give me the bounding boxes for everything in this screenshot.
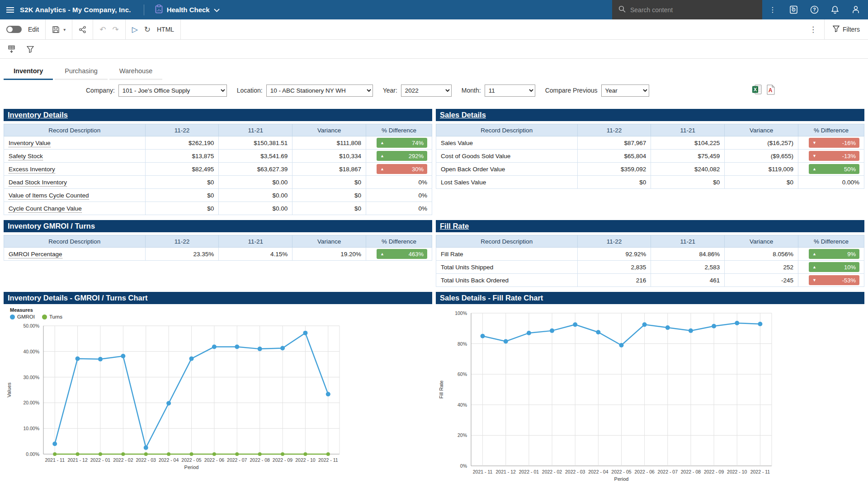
record-label[interactable]: Inventory Value <box>9 140 51 147</box>
record-label[interactable]: Cycle Count Change Value <box>9 205 82 213</box>
value-cell: $0 <box>292 202 366 215</box>
run-icon[interactable]: ▷ <box>132 26 138 33</box>
column-header: 11-21 <box>651 235 725 248</box>
table-row: Total Units Shipped2,8352,583252▲10% <box>436 261 864 274</box>
value-cell: $0.00 <box>219 176 292 189</box>
gmroi-turns-line-chart[interactable]: 0.00%10.00%20.00%30.00%40.00%50.00%2021 … <box>4 319 432 479</box>
record-description-cell: Excess Inventory <box>4 163 146 176</box>
undo-icon[interactable]: ↶ <box>99 26 106 33</box>
save-icon[interactable] <box>52 26 60 33</box>
record-label[interactable]: Excess Inventory <box>9 166 55 174</box>
svg-text:2022 - 10: 2022 - 10 <box>295 457 316 463</box>
record-label: Lost Sales Value <box>441 179 486 186</box>
fill-rate-title: Fill Rate <box>436 220 864 232</box>
svg-text:2022 - 03: 2022 - 03 <box>565 469 585 474</box>
filters-button[interactable]: Filters <box>825 25 868 33</box>
diff-badge: ▲292% <box>377 151 427 161</box>
fill-rate-line-chart[interactable]: 0%20%40%60%80%100%2021 - 112021 - 122022… <box>436 308 864 488</box>
diff-cell: ▲463% <box>366 248 432 261</box>
record-label[interactable]: Value of Items Cycle Counted <box>9 192 89 200</box>
value-cell: 19.20% <box>292 248 366 261</box>
month-select[interactable]: 11 <box>485 84 535 97</box>
page-filter-icon[interactable] <box>23 42 38 57</box>
column-header: % Difference <box>366 235 432 248</box>
value-cell: $0.00 <box>219 202 292 215</box>
value-cell: 4.15% <box>219 248 292 261</box>
table-row: Dead Stock Inventory$0$0.00$00% <box>4 176 432 189</box>
svg-text:80%: 80% <box>458 341 467 347</box>
record-label[interactable]: Safety Stock <box>9 153 43 160</box>
tab-inventory[interactable]: Inventory <box>4 67 53 80</box>
inventory-details-section: Inventory Details Record Description11-2… <box>4 109 432 215</box>
user-icon[interactable] <box>845 0 866 19</box>
value-cell: $87,967 <box>577 136 651 150</box>
diff-cell: ▼-13% <box>798 150 864 163</box>
record-label[interactable]: Dead Stock Inventory <box>9 179 67 187</box>
tab-purchasing[interactable]: Purchasing <box>55 67 108 80</box>
column-header: Variance <box>292 235 366 248</box>
record-label[interactable]: GMROI Percentage <box>9 251 62 258</box>
search-input[interactable] <box>630 6 756 14</box>
diff-cell: 0% <box>366 202 432 215</box>
edit-toggle[interactable] <box>6 26 22 33</box>
svg-text:Period: Period <box>184 465 199 470</box>
report-switcher[interactable]: Health Check <box>155 5 220 15</box>
divider <box>144 5 144 15</box>
fill-rate-table: Record Description11-2211-21Variance% Di… <box>436 235 864 287</box>
value-cell: $359,092 <box>577 163 651 176</box>
inventory-details-title: Inventory Details <box>4 109 432 121</box>
export-table-icon[interactable] <box>4 42 19 57</box>
column-header: Variance <box>725 235 798 248</box>
down-arrow-icon: ▼ <box>812 141 816 145</box>
save-options-chevron-icon[interactable]: ▾ <box>63 27 66 32</box>
fill-rate-chart-title: Sales Details - Fill Rate Chart <box>436 292 864 304</box>
diff-badge: ▼-16% <box>809 138 859 148</box>
year-select[interactable]: 2022 <box>401 84 452 97</box>
sales-details-title: Sales Details <box>436 109 864 121</box>
table-row: Lost Sales Value$0$0$00.00% <box>436 176 864 189</box>
value-cell: $119,009 <box>725 163 798 176</box>
diff-cell: 0% <box>366 189 432 202</box>
diff-cell: ▲30% <box>366 163 432 176</box>
compare-previous-select[interactable]: Year <box>601 84 649 97</box>
console-icon[interactable] <box>783 0 804 19</box>
excel-export-icon[interactable]: X <box>752 84 762 96</box>
svg-text:2022 - 03: 2022 - 03 <box>136 457 156 463</box>
value-cell: $0 <box>292 189 366 202</box>
location-select[interactable]: 10 - ABC Stationery NY WH <box>266 84 373 97</box>
year-label: Year: <box>383 87 397 94</box>
tab-warehouse[interactable]: Warehouse <box>109 67 163 80</box>
help-icon[interactable]: ? <box>804 0 825 19</box>
svg-text:2022 - 07: 2022 - 07 <box>227 457 247 463</box>
column-header: Variance <box>292 124 366 136</box>
diff-cell: 0.00% <box>798 176 864 189</box>
company-select[interactable]: 101 - Joe's Office Supply <box>118 84 227 97</box>
column-header: 11-22 <box>145 235 219 248</box>
svg-text:2022 - 06: 2022 - 06 <box>204 457 225 463</box>
table-row: Cost of Goods Sold Value$65,804$75,459($… <box>436 150 864 163</box>
redo-icon[interactable]: ↷ <box>112 26 118 33</box>
svg-text:40%: 40% <box>458 402 467 408</box>
diff-cell: ▲74% <box>366 136 432 150</box>
more-options-icon[interactable]: ⋮ <box>762 0 783 19</box>
diff-cell: ▲9% <box>798 248 864 261</box>
notifications-icon[interactable] <box>825 0 845 19</box>
record-description-cell: Value of Items Cycle Counted <box>4 189 146 202</box>
record-description-cell: Total Units Shipped <box>436 261 578 274</box>
share-icon[interactable] <box>79 26 86 33</box>
record-label: Fill Rate <box>441 251 463 258</box>
legend-item-turns[interactable]: Turns <box>42 314 62 319</box>
html-button[interactable]: HTML <box>157 26 174 33</box>
menu-icon[interactable] <box>0 0 20 19</box>
search-box[interactable] <box>612 0 762 19</box>
svg-text:20%: 20% <box>458 432 467 438</box>
legend-item-gmroi[interactable]: GMROI <box>10 314 35 319</box>
toolbar-more-icon[interactable]: ⋮ <box>802 26 824 33</box>
svg-text:0.00%: 0.00% <box>26 451 39 457</box>
refresh-icon[interactable]: ↻ <box>144 26 151 33</box>
inventory-details-table: Record Description11-2211-21Variance% Di… <box>4 124 432 215</box>
pdf-export-icon[interactable]: A <box>766 84 775 97</box>
column-header: 11-22 <box>145 124 219 136</box>
chart-legend: Measures GMROI Turns <box>10 307 432 319</box>
table-row: Safety Stock$13,875$3,541.69$10,334▲292% <box>4 150 432 163</box>
